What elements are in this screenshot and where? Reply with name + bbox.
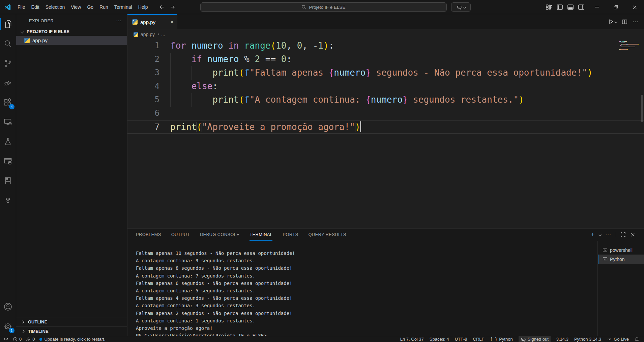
minimize-button[interactable]: [587, 0, 606, 14]
terminal-line: A contagem continua: 7 segundos restante…: [136, 272, 597, 280]
status-update-is-ready-click-to-restart[interactable]: Update is ready, click to restart.: [39, 336, 105, 342]
editor-scrollbar[interactable]: [641, 95, 643, 122]
panel-tab-debug-console[interactable]: DEBUG CONSOLE: [200, 229, 239, 241]
panel-tab-output[interactable]: OUTPUT: [171, 229, 190, 241]
code-line-1[interactable]: 1for numero in range(10, 0, -1):: [127, 39, 644, 53]
status-ln-7-col-37[interactable]: Ln 7, Col 37: [400, 336, 424, 342]
panel-tab-terminal[interactable]: TERMINAL: [250, 229, 272, 241]
status-signed-out[interactable]: Signed out: [519, 336, 551, 342]
section-outline[interactable]: OUTLINE: [16, 317, 127, 326]
new-terminal-button[interactable]: +: [591, 232, 594, 238]
menu-item-terminal[interactable]: Terminal: [111, 3, 135, 11]
menu-item-file[interactable]: File: [14, 3, 28, 11]
folder-section-header[interactable]: PROJETO IF E ELSE: [16, 27, 127, 36]
status-0[interactable]: 0: [13, 336, 22, 342]
terminal-instance-python[interactable]: Python: [598, 255, 644, 264]
activity-item-database[interactable]: [0, 151, 16, 171]
activity-item-source-control[interactable]: [0, 53, 16, 73]
activity-item-search[interactable]: [0, 34, 16, 53]
restore-button[interactable]: [606, 0, 625, 14]
menu-item-edit[interactable]: Edit: [28, 3, 42, 11]
panel-actions: + ⋯: [591, 231, 644, 238]
more-actions-icon[interactable]: ⋯: [633, 18, 639, 25]
close-panel-icon[interactable]: [630, 232, 635, 237]
chevron-down-icon[interactable]: [598, 233, 601, 236]
toggle-secondary-sidebar-icon[interactable]: [578, 4, 585, 10]
activity-item-run-debug[interactable]: [0, 73, 16, 93]
code-line-6[interactable]: 6: [127, 107, 644, 120]
chevron-right-icon: [157, 33, 159, 35]
code-token: :: [329, 41, 334, 51]
panel-tab-problems[interactable]: PROBLEMS: [136, 229, 161, 241]
code-editor[interactable]: 1for numero in range(10, 0, -1):2 if num…: [127, 39, 644, 228]
activity-item-explorer[interactable]: [0, 14, 16, 34]
activity-item-settings[interactable]: 1: [0, 316, 16, 336]
run-python-button[interactable]: [608, 19, 617, 25]
section-timeline[interactable]: TIMELINE: [16, 326, 127, 336]
breadcrumb[interactable]: app.py ...: [127, 29, 644, 39]
copilot-button[interactable]: [451, 2, 471, 12]
command-center-search[interactable]: Projeto IF e ELSE: [200, 2, 447, 12]
line-number: 5: [127, 93, 159, 107]
status-remote[interactable]: [3, 336, 8, 342]
back-arrow-icon[interactable]: [159, 4, 165, 10]
code-line-2[interactable]: 2 if numero % 2 == 0:: [127, 53, 644, 66]
activity-item-remote-explorer[interactable]: [0, 112, 16, 132]
chevron-down-icon[interactable]: [614, 20, 617, 23]
activity-item-extensions[interactable]: 4: [0, 93, 16, 112]
activity-item-testing[interactable]: [0, 132, 16, 151]
status-python[interactable]: { }Python: [490, 336, 513, 342]
activity-bar: 4 1: [0, 14, 16, 336]
status-python-3-14-3[interactable]: Python 3.14.3: [574, 336, 601, 342]
forward-arrow-icon[interactable]: [170, 4, 176, 10]
minimap-seg: [628, 44, 638, 45]
code-token: -: [313, 41, 318, 51]
status-go-live[interactable]: Go Live: [607, 336, 629, 342]
minimap[interactable]: [619, 41, 640, 51]
split-editor-icon[interactable]: [622, 19, 627, 25]
file-item-app-py[interactable]: app.py: [16, 36, 127, 45]
maximize-panel-icon[interactable]: [620, 232, 626, 237]
menu-item-help[interactable]: Help: [135, 3, 151, 11]
activity-item-account[interactable]: [0, 297, 16, 316]
explorer-actions-icon[interactable]: ⋯: [116, 18, 122, 24]
panel-tab-ports[interactable]: PORTS: [283, 229, 298, 241]
status-bell[interactable]: [635, 336, 639, 342]
activity-item-chat[interactable]: [0, 190, 16, 210]
panel-tab-query-results[interactable]: QUERY RESULTS: [308, 229, 346, 241]
code-token: numero: [371, 95, 403, 105]
chevron-down-icon: [463, 6, 466, 8]
close-window-button[interactable]: [625, 0, 644, 14]
minimap-seg: [620, 49, 627, 50]
tab-app-py[interactable]: app.py ×: [127, 14, 177, 29]
status-utf-8[interactable]: UTF-8: [455, 336, 467, 342]
breadcrumb-file[interactable]: app.py: [141, 32, 155, 37]
status-label: CRLF: [473, 337, 485, 342]
toggle-primary-sidebar-icon[interactable]: [556, 4, 563, 10]
panel-more-actions-icon[interactable]: ⋯: [605, 231, 611, 238]
menu-item-go[interactable]: Go: [84, 3, 96, 11]
toggle-panel-icon[interactable]: [567, 4, 574, 10]
menu-item-run[interactable]: Run: [96, 3, 111, 11]
editor-tab-bar: app.py × ⋯: [127, 14, 644, 29]
status-3-14-3[interactable]: 3.14.3: [556, 336, 568, 342]
code-line-4[interactable]: 4 else:: [127, 80, 644, 93]
status-0[interactable]: 0: [26, 336, 35, 342]
close-tab-icon[interactable]: ×: [170, 19, 174, 25]
code-line-5[interactable]: 5 print(f"A contagem continua: {numero} …: [127, 93, 644, 107]
status-spaces-4[interactable]: Spaces: 4: [430, 336, 449, 342]
menu-item-view[interactable]: View: [68, 3, 84, 11]
status-crlf[interactable]: CRLF: [473, 336, 485, 342]
breadcrumb-symbol[interactable]: ...: [161, 32, 165, 37]
code-line-3[interactable]: 3 print(f"Faltam apenas {numero} segundo…: [127, 66, 644, 80]
menu-item-selection[interactable]: Selection: [42, 3, 68, 11]
minimap-line: [619, 47, 640, 47]
activity-item-notebook[interactable]: [0, 171, 16, 190]
customize-layout-icon[interactable]: [546, 4, 552, 10]
line-content: print(f"A contagem continua: {numero} se…: [159, 93, 644, 107]
terminal-instance-powershell[interactable]: powershell: [598, 245, 644, 255]
bell-icon: [635, 337, 639, 342]
code-line-7[interactable]: 7print("Aproveite a promoção agora!"): [127, 120, 644, 134]
terminal-line: Faltam apenas 2 segundos - Não perca ess…: [136, 310, 597, 317]
terminal-output[interactable]: Faltam apenas 10 segundos - Não perca es…: [127, 241, 597, 336]
